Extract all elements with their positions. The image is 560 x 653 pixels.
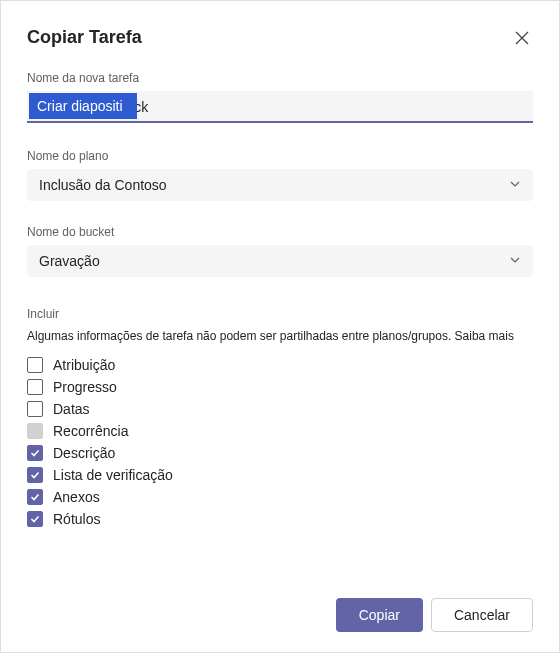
include-option[interactable]: Datas [27,401,533,417]
task-name-field-wrap: Criar diapositi eck Criar diapositi [27,91,533,123]
include-option[interactable]: Rótulos [27,511,533,527]
include-checklist: AtribuiçãoProgressoDatasRecorrênciaDescr… [27,357,533,527]
checkbox [27,423,43,439]
bucket-group: Nome do bucket Gravação [27,225,533,277]
checkbox[interactable] [27,445,43,461]
include-option[interactable]: Descrição [27,445,533,461]
include-option[interactable]: Atribuição [27,357,533,373]
include-option[interactable]: Lista de verificação [27,467,533,483]
plan-label: Nome do plano [27,149,533,163]
include-label: Incluir [27,307,533,321]
include-option-label: Anexos [53,489,100,505]
close-icon [515,31,529,45]
dialog-title: Copiar Tarefa [27,27,142,48]
plan-select[interactable]: Inclusão da Contoso [27,169,533,201]
task-name-group: Nome da nova tarefa Criar diapositi eck … [27,71,533,149]
checkbox[interactable] [27,401,43,417]
copy-button[interactable]: Copiar [336,598,423,632]
include-option-label: Datas [53,401,90,417]
copy-task-dialog: Copiar Tarefa Nome da nova tarefa Criar … [0,0,560,653]
dialog-footer: Copiar Cancelar [27,578,533,632]
include-option: Recorrência [27,423,533,439]
chevron-down-icon [509,253,521,269]
close-button[interactable] [511,27,533,49]
include-option[interactable]: Progresso [27,379,533,395]
plan-select-value: Inclusão da Contoso [39,177,167,193]
chevron-down-icon [509,177,521,193]
include-option-label: Rótulos [53,511,100,527]
cancel-button[interactable]: Cancelar [431,598,533,632]
task-name-label: Nome da nova tarefa [27,71,533,85]
include-option-label: Lista de verificação [53,467,173,483]
include-option[interactable]: Anexos [27,489,533,505]
plan-group: Nome do plano Inclusão da Contoso [27,149,533,201]
bucket-select[interactable]: Gravação [27,245,533,277]
checkbox[interactable] [27,357,43,373]
include-option-label: Descrição [53,445,115,461]
include-option-label: Atribuição [53,357,115,373]
checkbox[interactable] [27,511,43,527]
dialog-header: Copiar Tarefa [27,27,533,49]
include-helper: Algumas informações de tarefa não podem … [27,329,533,343]
checkbox[interactable] [27,489,43,505]
include-option-label: Recorrência [53,423,128,439]
include-option-label: Progresso [53,379,117,395]
bucket-label: Nome do bucket [27,225,533,239]
bucket-select-value: Gravação [39,253,100,269]
task-name-input[interactable] [27,91,533,123]
checkbox[interactable] [27,379,43,395]
checkbox[interactable] [27,467,43,483]
